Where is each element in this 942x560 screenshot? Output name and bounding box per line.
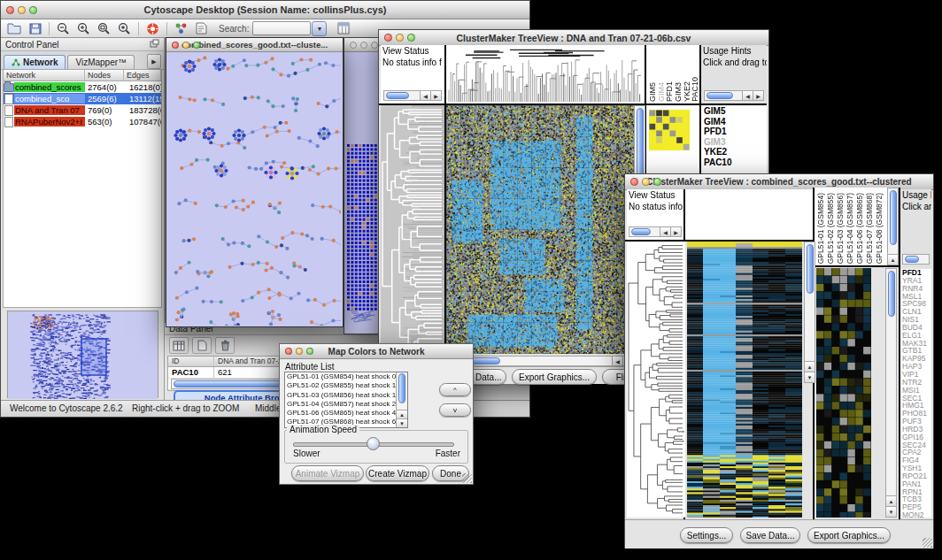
scroll-up-icon[interactable]: ▲	[886, 495, 896, 506]
heatmap-hscrollbar[interactable]: ◀▶	[446, 356, 634, 366]
resize-grip[interactable]	[462, 473, 472, 483]
attribute-list-item[interactable]: GPL51-02 (GSM855) heat shock 10 min	[285, 381, 397, 390]
export-graphics-button[interactable]: Export Graphics...	[807, 527, 891, 543]
gene-label[interactable]: GIM3	[704, 137, 767, 148]
gene-label[interactable]: PAC10	[704, 157, 767, 168]
row-dendrogram-canvas[interactable]	[627, 242, 685, 518]
scroll-up-icon[interactable]: ▲	[805, 361, 815, 372]
minimize-button[interactable]	[642, 178, 650, 186]
float-panel-icon[interactable]	[150, 39, 159, 50]
zoom-selected-icon[interactable]	[115, 20, 134, 36]
maximize-button[interactable]	[371, 42, 378, 49]
column-dendrogram-panel[interactable]	[446, 45, 645, 104]
maximize-button[interactable]	[407, 34, 415, 42]
main-titlebar[interactable]: Cytoscape Desktop (Session Name: collins…	[1, 1, 529, 19]
attribute-list-vscrollbar[interactable]: ▲▼	[396, 372, 407, 427]
scroll-down-icon[interactable]: ▼	[886, 506, 896, 517]
view-status-hscrollbar[interactable]: ◀▶	[383, 90, 442, 101]
titlebar[interactable]: Map Colors to Network	[280, 344, 473, 359]
network-row-dna-tran[interactable]: DNA and Tran 07 769(0) 183728(0)	[4, 104, 161, 116]
network-canvas[interactable]	[166, 52, 341, 326]
heatmap-canvas[interactable]	[446, 105, 634, 354]
new-attribute-icon[interactable]	[192, 337, 212, 354]
attribute-select-icon[interactable]	[169, 337, 189, 354]
vizmapper-icon[interactable]	[172, 20, 190, 36]
scroll-left-icon[interactable]: ◀	[742, 91, 753, 100]
heatmap-panel[interactable]	[687, 242, 802, 518]
tab-vizmapper[interactable]: VizMapper™	[67, 55, 135, 69]
gene-label[interactable]: PFD1	[704, 127, 767, 137]
attribute-list-item[interactable]: GPL51-03 (GSM856) heat shock 15 min	[285, 391, 397, 400]
animate-vizmap-button[interactable]: Animate Vizmap	[291, 465, 364, 481]
zoom-fit-icon[interactable]	[95, 20, 113, 36]
scroll-right-icon[interactable]: ▶	[670, 227, 681, 236]
close-button[interactable]	[285, 348, 292, 355]
help-lifering-icon[interactable]	[143, 20, 162, 36]
minimize-button[interactable]	[360, 42, 367, 49]
close-button[interactable]	[630, 178, 638, 186]
scroll-left-icon[interactable]: ◀	[612, 357, 622, 365]
open-session-icon[interactable]	[5, 20, 24, 36]
heatmap-vscrollbar[interactable]: ▲▼	[804, 242, 815, 383]
close-button[interactable]	[172, 42, 179, 49]
scroll-up-icon[interactable]: ▲	[397, 410, 407, 418]
minimize-button[interactable]	[296, 348, 303, 355]
speed-slider-handle[interactable]	[367, 437, 380, 450]
view-status-hscrollbar[interactable]: ◀▶	[629, 226, 682, 237]
usage-hints-hscrollbar[interactable]	[902, 254, 930, 265]
move-down-button[interactable]: v	[439, 403, 471, 417]
scroll-left-icon[interactable]: ◀	[660, 227, 670, 236]
settings-button[interactable]: Settings...	[680, 527, 733, 543]
row-dendrogram-panel[interactable]	[627, 242, 685, 518]
search-input[interactable]	[252, 21, 311, 35]
attribute-list-item[interactable]: GPL51-06 (GSM865) heat shock 40 min	[285, 409, 397, 418]
tab-overflow-button[interactable]: ▶	[147, 54, 161, 69]
scroll-up-icon[interactable]: ▲	[888, 254, 898, 265]
gene-label[interactable]: MON2	[902, 511, 931, 518]
move-up-button[interactable]: ^	[439, 383, 471, 396]
zoom-labels-vscrollbar[interactable]: ▲	[887, 188, 899, 265]
scroll-down-icon[interactable]: ▼	[397, 418, 407, 427]
scroll-right-icon[interactable]: ▶	[753, 91, 763, 100]
minimize-button[interactable]	[18, 6, 26, 14]
network-canvas-area[interactable]	[166, 52, 343, 326]
heatmap-canvas[interactable]	[687, 242, 802, 518]
close-button[interactable]	[384, 34, 392, 42]
network-overview-panel[interactable]	[7, 311, 158, 398]
attribute-list-item[interactable]: GPL51-01 (GSM854) heat shock 05 min	[285, 372, 397, 381]
column-dendrogram-canvas[interactable]	[446, 45, 643, 102]
maximize-button[interactable]	[653, 178, 661, 186]
create-vizmap-button[interactable]: Create Vizmap	[366, 465, 429, 481]
close-button[interactable]	[6, 6, 14, 14]
zoom-heatmap-canvas[interactable]	[816, 268, 871, 518]
titlebar[interactable]: combined_scores_good.txt--cluste...	[166, 38, 343, 52]
annotation-icon[interactable]	[192, 20, 211, 36]
search-dropdown-button[interactable]: ▼	[312, 21, 327, 36]
column-dendrogram-panel[interactable]	[685, 189, 813, 240]
attribute-browser-icon[interactable]	[334, 20, 352, 36]
row-dendrogram-canvas[interactable]	[381, 105, 444, 354]
row-dendrogram-panel[interactable]	[381, 105, 444, 354]
gene-label[interactable]: GIM5	[704, 106, 767, 117]
save-session-icon[interactable]	[26, 20, 44, 36]
network-row-combined-scores[interactable]: combined_scores 2764(0) 16218(0)	[4, 81, 161, 93]
zoom-in-icon[interactable]	[74, 20, 93, 36]
minimize-button[interactable]	[182, 42, 189, 49]
maximize-button[interactable]	[29, 6, 37, 14]
maximize-button[interactable]	[193, 42, 200, 49]
network-overview-canvas[interactable]	[8, 311, 158, 399]
gene-label[interactable]: GIM4	[704, 117, 767, 127]
usage-hints-hscrollbar[interactable]: ◀▶	[704, 90, 764, 101]
tab-network[interactable]: Network	[4, 55, 66, 69]
zoom-out-icon[interactable]	[54, 20, 73, 36]
scroll-down-icon[interactable]: ▼	[805, 372, 815, 382]
zoom-heatmap-canvas[interactable]	[649, 110, 690, 150]
heatmap-panel[interactable]	[446, 105, 634, 354]
network-row-rnapuber[interactable]: RNAPuberNov2+I 563(0) 107847(0)	[4, 116, 161, 127]
maximize-button[interactable]	[306, 348, 313, 355]
network-grid-canvas[interactable]	[344, 52, 382, 333]
scroll-left-icon[interactable]: ◀	[420, 91, 430, 100]
network-row-combined-sco-selected[interactable]: combined_sco 2569(6) 13112(15)	[4, 93, 161, 104]
minimize-button[interactable]	[396, 34, 404, 42]
gene-label[interactable]: YKE2	[704, 147, 767, 157]
